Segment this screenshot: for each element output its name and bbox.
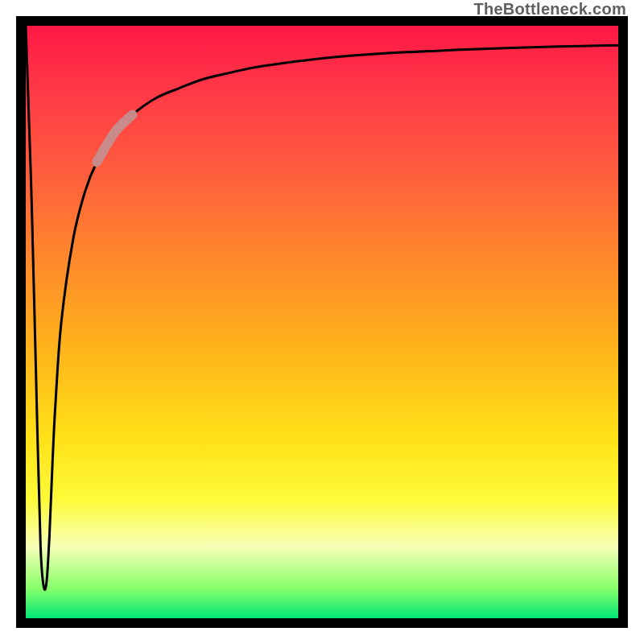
curve-layer xyxy=(26,26,618,618)
curve-highlight-band xyxy=(97,114,132,162)
chart-root: TheBottleneck.com xyxy=(0,0,644,644)
plot-area xyxy=(26,26,618,618)
plot-border xyxy=(16,16,628,628)
bottleneck-curve xyxy=(26,26,618,589)
